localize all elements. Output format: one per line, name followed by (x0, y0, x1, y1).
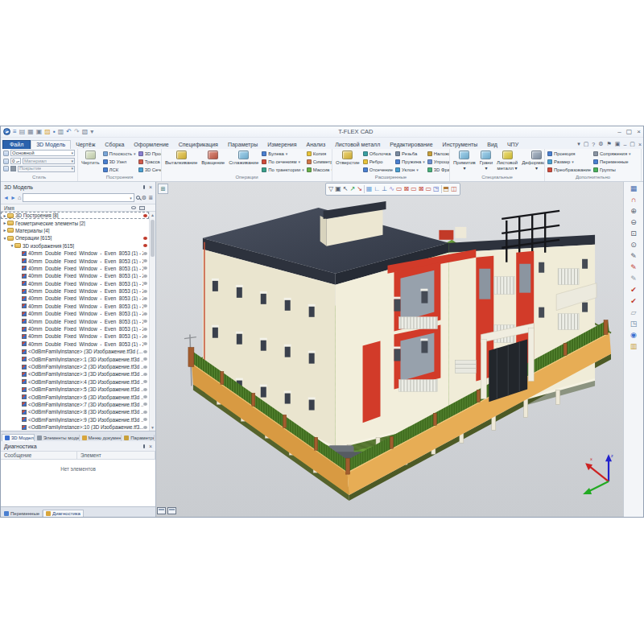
ribbon-button[interactable]: Листовой металл ▾ (496, 150, 518, 171)
tree-item[interactable]: ►Материалы [4] (1, 227, 149, 234)
window-icon[interactable]: ▢ (584, 141, 589, 147)
panel-tab[interactable]: Меню докумен... (80, 435, 122, 441)
tree-item[interactable]: 40mm_Double_Fixed_Window_-_Even_8053 (1)… (1, 257, 149, 264)
ribbon-button[interactable]: 3D Сечение (138, 166, 162, 174)
visibility-eye-icon[interactable] (143, 304, 147, 308)
visibility-eye-icon[interactable] (143, 350, 147, 353)
ribbon-button[interactable]: Вращение (200, 150, 225, 166)
tree-item[interactable]: 40mm_Double_Fixed_Window_-_Even_8053 (1)… (1, 325, 149, 332)
ribbon-button[interactable]: Чертить (80, 150, 101, 166)
back-arrow-icon[interactable]: ◄ (3, 195, 9, 200)
ribbon-button[interactable]: 3D Узел (103, 158, 136, 166)
ribbon-button[interactable]: По траектории▾ (262, 166, 304, 174)
ribbon-button[interactable]: Массив▾ (307, 166, 332, 174)
print-column-icon[interactable] (139, 206, 145, 210)
visibility-eye-icon[interactable] (143, 411, 147, 414)
tree-item[interactable]: <OdBmFamilyInstance>:2 (3D Изображение.t… (1, 363, 149, 370)
visibility-eye-icon[interactable] (143, 214, 147, 217)
pick-arrow-icon[interactable]: ↖ (343, 184, 349, 195)
ribbon-tab[interactable]: ЧПУ (502, 141, 523, 149)
edit-3d-icon[interactable]: ✎ (630, 262, 637, 273)
flag-icon[interactable]: ⚑ (606, 141, 611, 147)
model-search-input[interactable] (25, 194, 130, 201)
3d-viewport[interactable]: z x ⊞ ▽▣↖↗↘▦∟⊥∿▭⊠▭⊠▭◳⬒◫ (156, 182, 623, 517)
selection-filter-icon[interactable]: ▽ (328, 184, 333, 195)
workplane-icon[interactable]: ▦ (366, 184, 373, 195)
ribbon-button[interactable]: Отсечение (363, 166, 393, 174)
tree-item[interactable]: 40mm_Double_Fixed_Window_-_Even_8053 (1)… (1, 303, 149, 310)
preview-icon[interactable]: ▧ (82, 128, 89, 136)
ribbon-button[interactable]: Оболочка (363, 150, 393, 158)
tree-item[interactable]: 40mm_Double_Fixed_Window_-_Even_8053 (1)… (1, 310, 149, 317)
restore-document-icon[interactable] (157, 507, 166, 514)
ribbon-tab[interactable]: Спецификация (174, 141, 223, 149)
ribbon-tab[interactable]: Редактирование (385, 141, 437, 149)
workplane-3d-icon[interactable]: ◳ (433, 184, 440, 195)
scrollbar-thumb[interactable] (151, 220, 155, 257)
ribbon-tab[interactable]: Анализ (302, 141, 331, 149)
menu-icon[interactable]: ≡ (13, 128, 17, 136)
ribbon-button[interactable]: 3D Фрагмент▾ (427, 166, 450, 174)
tree-item[interactable]: 40mm_Double_Fixed_Window_-_Even_8053 (1)… (1, 341, 149, 348)
tree-item[interactable]: 40mm_Double_Fixed_Window_-_Even_8053 (1)… (1, 280, 149, 287)
visibility-eye-icon[interactable] (143, 402, 147, 406)
visibility-eye-icon[interactable] (143, 365, 147, 369)
spin-field[interactable]: 0▴▾ (10, 158, 21, 164)
ribbon-button[interactable]: Переменные (593, 158, 631, 166)
tree-item[interactable]: 40mm_Double_Fixed_Window_-_Even_8053 (1)… (1, 265, 149, 272)
ribbon-tab[interactable]: Инструменты (438, 141, 483, 149)
ribbon-button[interactable]: По сечениям▾ (262, 158, 304, 166)
ribbon-tab[interactable]: Сборка (100, 141, 129, 149)
ribbon-button[interactable]: Выталкивание (164, 150, 198, 166)
ribbon-tab[interactable]: Чертёж (71, 141, 100, 149)
axis-icon[interactable]: ⊥ (382, 184, 387, 195)
ribbon-button[interactable]: Уклон▾ (395, 166, 425, 174)
magnet-icon[interactable]: ∩ (631, 195, 636, 205)
tree-item[interactable]: <OdBmFamilyInstance>:6 (3D Изображение.t… (1, 393, 149, 400)
visibility-column-icon[interactable] (131, 206, 136, 209)
window-layout-icon[interactable]: ▦ (630, 184, 638, 194)
help-icon[interactable]: ? (592, 142, 595, 147)
tree-item[interactable]: <OdBmFamilyInstance>:4 (3D Изображение.t… (1, 378, 149, 386)
ribbon-tab[interactable]: 3D Модель (31, 140, 71, 149)
settings-icon[interactable]: ⚙ (142, 195, 147, 201)
visibility-eye-icon[interactable] (143, 388, 147, 391)
tree-item[interactable]: 40mm_Double_Fixed_Window_-_Even_8053 (1)… (1, 272, 149, 279)
tree-item[interactable]: <OdBmFamilyInstance>:8 (3D Изображение.t… (1, 408, 149, 415)
maximize-button[interactable]: ▢ (626, 128, 633, 135)
select-field[interactable]: Материал▾ (23, 158, 75, 164)
open-document-icon[interactable]: ▨ (44, 128, 51, 136)
visibility-eye-icon[interactable] (143, 312, 147, 316)
ribbon-button[interactable]: Сопряжения▾ (593, 150, 631, 158)
ribbon-button[interactable]: Трасса▾ (138, 158, 162, 166)
ribbon-tab[interactable]: Файл (2, 140, 31, 149)
ribbon-tab[interactable]: Измерения (262, 141, 301, 149)
ribbon-tab[interactable]: Вид (482, 141, 502, 149)
tree-item[interactable]: ►3D Построения [8] (1, 212, 149, 219)
export-icon[interactable]: ⬒ (444, 184, 450, 195)
ribbon-button[interactable]: Примитив ▾ (452, 150, 477, 171)
forward-arrow-icon[interactable]: ► (10, 195, 16, 200)
ribbon-button[interactable]: Группы (593, 166, 631, 174)
ribbon-button[interactable]: Грани ▾ (479, 150, 493, 171)
ribbon-button[interactable]: Проекция (547, 150, 591, 158)
tree-item[interactable]: ►Геометрические элементы [2] (1, 219, 149, 226)
visibility-eye-icon[interactable] (143, 342, 147, 345)
visibility-eye-icon[interactable] (143, 266, 147, 270)
visibility-eye-icon[interactable] (143, 297, 147, 300)
save-document-icon[interactable]: ▪ (53, 128, 56, 136)
ribbon-button[interactable]: Пружина▾ (395, 158, 425, 166)
close-panel-icon[interactable]: × (149, 444, 152, 449)
visibility-eye-icon[interactable] (143, 373, 147, 376)
workplane-top-icon[interactable]: ⊠ (403, 184, 409, 195)
tree-item[interactable]: 40mm_Double_Fixed_Window_-_Even_8053 (1)… (1, 332, 149, 340)
model-structure-toggle[interactable]: ⊞ (158, 184, 168, 194)
fragment-icon[interactable]: ◫ (451, 184, 457, 195)
ribbon-button[interactable]: Отверстие (335, 150, 361, 166)
home-icon[interactable]: ⌂ (18, 194, 22, 201)
ribbon-button[interactable]: Плоскость▾ (103, 150, 136, 158)
search-icon[interactable] (136, 196, 140, 200)
ribbon-button[interactable]: Булева▾ (262, 150, 304, 158)
doc-minimize-icon[interactable]: – (623, 142, 626, 147)
visibility-eye-icon[interactable] (143, 252, 147, 255)
